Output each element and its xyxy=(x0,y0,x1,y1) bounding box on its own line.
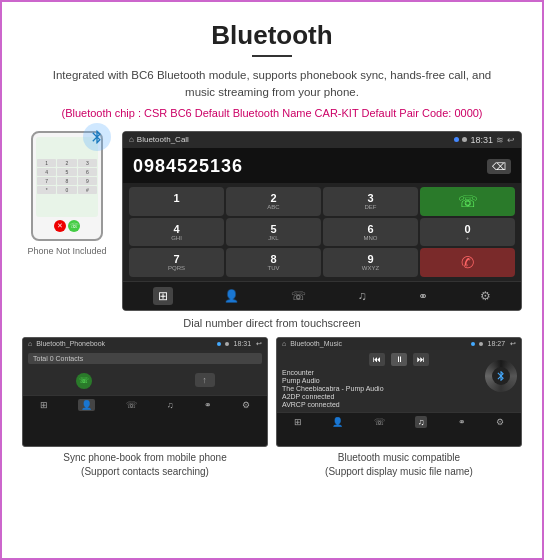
pb-nav-grid[interactable]: ⊞ xyxy=(40,400,48,410)
car-screen-header: ⌂ Bluetooth_Call 18:31 ≋ ↩ xyxy=(123,132,521,148)
backspace-button[interactable]: ⌫ xyxy=(487,159,511,174)
prev-button[interactable]: ⏮ xyxy=(369,353,385,366)
pb-dot2 xyxy=(225,342,229,346)
dial-key-9[interactable]: 9WXYZ xyxy=(323,248,418,277)
mu-home-icon: ⌂ xyxy=(282,340,286,347)
dial-key-call[interactable]: ☏ xyxy=(420,187,515,216)
pb-nav-settings[interactable]: ⚙ xyxy=(242,400,250,410)
bluetooth-bubble-icon xyxy=(83,123,111,151)
mu-nav-settings[interactable]: ⚙ xyxy=(496,417,504,427)
mu-nav-phone[interactable]: ☏ xyxy=(374,417,385,427)
dial-number: 0984525136 xyxy=(133,156,243,177)
phone-key: 9 xyxy=(78,177,97,185)
mu-nav-grid[interactable]: ⊞ xyxy=(294,417,302,427)
dial-key-4[interactable]: 4GHI xyxy=(129,218,224,246)
signal-icon: ≋ xyxy=(496,135,504,145)
dial-key-7[interactable]: 7PQRS xyxy=(129,248,224,277)
mu-title: Bluetooth_Music xyxy=(290,340,342,347)
track-3: The Cheebiacabra - Pump Audio xyxy=(282,385,516,392)
pb-header-left: ⌂ Bluetooth_Phonebook xyxy=(28,340,105,347)
phonebook-section: ⌂ Bluetooth_Phonebook 18:31 ↩ Total 0 Co… xyxy=(22,337,268,479)
header-left: ⌂ Bluetooth_Call xyxy=(129,135,189,144)
phone-key: 5 xyxy=(57,168,76,176)
mu-time: 18:27 xyxy=(488,340,506,347)
nav-settings-icon[interactable]: ⚙ xyxy=(480,289,491,303)
dial-key-2[interactable]: 2ABC xyxy=(226,187,321,216)
bottom-row: ⌂ Bluetooth_Phonebook 18:31 ↩ Total 0 Co… xyxy=(22,337,522,479)
dial-key-5[interactable]: 5JKL xyxy=(226,218,321,246)
pb-nav-phone[interactable]: ☏ xyxy=(126,400,137,410)
phone-key: 1 xyxy=(37,159,56,167)
phonebook-screen: ⌂ Bluetooth_Phonebook 18:31 ↩ Total 0 Co… xyxy=(22,337,268,447)
home-icon: ⌂ xyxy=(129,135,134,144)
bluetooth-info: (Bluetooth chip : CSR BC6 Default Blueto… xyxy=(22,107,522,119)
status-dot-2 xyxy=(462,137,467,142)
dial-key-endcall[interactable]: ✆ xyxy=(420,248,515,277)
bt-label: Bluetooth_Call xyxy=(137,135,189,144)
mu-dot2 xyxy=(479,342,483,346)
header-right: 18:31 ≋ ↩ xyxy=(454,135,515,145)
pb-nav-contacts[interactable]: 👤 xyxy=(78,399,95,411)
pb-nav-link[interactable]: ⚭ xyxy=(204,400,212,410)
mu-header-left: ⌂ Bluetooth_Music xyxy=(282,340,342,347)
dial-key-8[interactable]: 8TUV xyxy=(226,248,321,277)
dial-display: 0984525136 ⌫ xyxy=(123,148,521,183)
pb-nav-music[interactable]: ♫ xyxy=(167,400,174,410)
mu-nav-link[interactable]: ⚭ xyxy=(458,417,466,427)
time-display: 18:31 xyxy=(470,135,493,145)
dial-key-0plus[interactable]: 0+ xyxy=(420,218,515,246)
phone-key: * xyxy=(37,186,56,194)
nav-music-icon[interactable]: ♫ xyxy=(358,289,367,303)
phone-keypad: 1 2 3 4 5 6 7 8 9 * 0 # xyxy=(36,158,98,195)
phone-key: 7 xyxy=(37,177,56,185)
main-caption: Dial number direct from touchscreen xyxy=(22,317,522,329)
dial-key-1[interactable]: 1 xyxy=(129,187,224,216)
music-content: ⏮ ⏸ ⏭ Encounter Pump Audio The Cheebiaca… xyxy=(277,350,521,412)
description-text: Integrated with BC6 Bluetooth module, su… xyxy=(22,67,522,102)
pb-back: ↩ xyxy=(256,340,262,347)
pb-title: Bluetooth_Phonebook xyxy=(36,340,105,347)
music-controls: ⏮ ⏸ ⏭ xyxy=(282,353,516,366)
phonebook-content: Total 0 Contacts ☏ ↑ xyxy=(23,350,267,395)
track-1: Encounter xyxy=(282,369,516,376)
title-divider xyxy=(252,55,292,57)
phone-key: 8 xyxy=(57,177,76,185)
dial-key-3[interactable]: 3DEF xyxy=(323,187,418,216)
mu-nav-contacts[interactable]: 👤 xyxy=(332,417,343,427)
page-title: Bluetooth xyxy=(22,20,522,51)
phone-key: # xyxy=(78,186,97,194)
music-caption: Bluetooth music compatible (Support disp… xyxy=(276,451,522,479)
music-nav: ⊞ 👤 ☏ ♫ ⚭ ⚙ xyxy=(277,412,521,431)
track-2: Pump Audio xyxy=(282,377,516,384)
music-header: ⌂ Bluetooth_Music 18:27 ↩ xyxy=(277,338,521,350)
phone-key: 6 xyxy=(78,168,97,176)
avrcp-status: AVRCP connected xyxy=(282,401,516,408)
back-icon: ↩ xyxy=(507,135,515,145)
next-button[interactable]: ⏭ xyxy=(413,353,429,366)
pb-time: 18:31 xyxy=(234,340,252,347)
pb-caption: Sync phone-book from mobile phone (Suppo… xyxy=(22,451,268,479)
bluetooth-page: Bluetooth Integrated with BC6 Bluetooth … xyxy=(2,2,542,491)
play-button[interactable]: ⏸ xyxy=(391,353,407,366)
phone-key: 3 xyxy=(78,159,97,167)
nav-phone-icon[interactable]: ☏ xyxy=(291,289,306,303)
mu-nav-music[interactable]: ♫ xyxy=(415,416,428,428)
pb-upload-button[interactable]: ↑ xyxy=(195,373,215,387)
status-dot xyxy=(454,137,459,142)
nav-link-icon[interactable]: ⚭ xyxy=(418,289,428,303)
a2dp-status: A2DP connected xyxy=(282,393,516,400)
mu-header-right: 18:27 ↩ xyxy=(471,340,516,348)
pb-home-icon: ⌂ xyxy=(28,340,32,347)
phone-key: 2 xyxy=(57,159,76,167)
music-screen: ⌂ Bluetooth_Music 18:27 ↩ ⏮ ⏸ ⏭ xyxy=(276,337,522,447)
music-section: ⌂ Bluetooth_Music 18:27 ↩ ⏮ ⏸ ⏭ xyxy=(276,337,522,479)
dial-key-6[interactable]: 6MNO xyxy=(323,218,418,246)
mu-back: ↩ xyxy=(510,340,516,347)
pb-call-button[interactable]: ☏ xyxy=(76,373,92,389)
car-screen-nav: ⊞ 👤 ☏ ♫ ⚭ ⚙ xyxy=(123,281,521,310)
phone-label: Phone Not Included xyxy=(27,246,106,256)
phone-key: 0 xyxy=(57,186,76,194)
nav-contacts-icon[interactable]: 👤 xyxy=(224,289,239,303)
dial-keypad: 1 2ABC 3DEF ☏ 4GHI 5JKL 6MNO xyxy=(123,183,521,281)
nav-grid-icon[interactable]: ⊞ xyxy=(153,287,173,305)
